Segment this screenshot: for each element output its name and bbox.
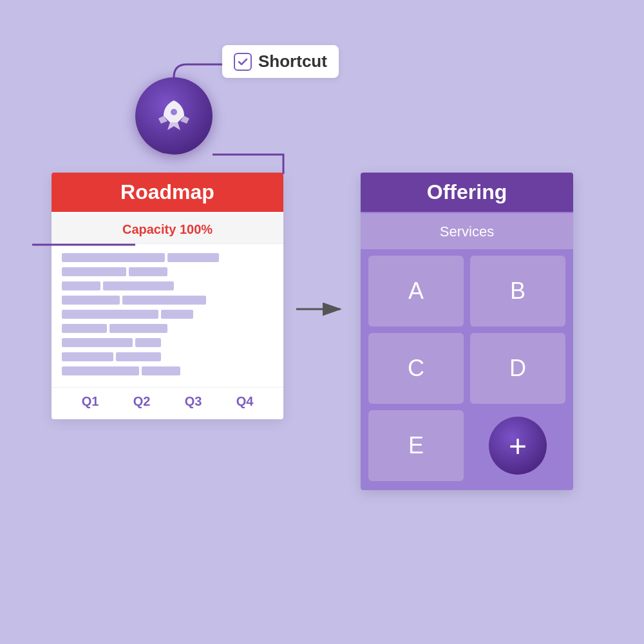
service-cell-d: D — [470, 333, 565, 404]
bar-segment — [135, 338, 161, 347]
bar-segment — [62, 310, 158, 319]
bar-row — [62, 338, 273, 347]
roadmap-panel: Roadmap Capacity 100% — [52, 174, 283, 419]
bar-segment — [122, 296, 206, 305]
rocket-icon — [135, 77, 213, 155]
add-icon[interactable]: + — [489, 417, 547, 475]
services-label: Services — [361, 213, 573, 249]
bar-segment — [161, 310, 193, 319]
roadmap-capacity: Capacity 100% — [52, 213, 283, 244]
quarter-q1: Q1 — [82, 394, 99, 409]
bar-segment — [62, 366, 139, 375]
bar-segment — [109, 324, 167, 333]
bar-row — [62, 366, 273, 375]
bar-segment — [62, 296, 120, 305]
shortcut-label: Shortcut — [258, 52, 327, 71]
bar-segment — [62, 324, 107, 333]
service-cell-c: C — [368, 333, 464, 404]
quarter-labels: Q1 Q2 Q3 Q4 — [52, 387, 283, 419]
bar-row — [62, 310, 273, 319]
bar-row — [62, 352, 273, 361]
arrow-icon — [296, 296, 348, 325]
bar-segment — [142, 366, 180, 375]
bar-segment — [167, 253, 219, 262]
bar-segment — [62, 267, 126, 276]
bar-segment — [62, 338, 133, 347]
bar-segment — [62, 253, 165, 262]
bar-segment — [103, 281, 174, 290]
quarter-q4: Q4 — [236, 394, 254, 409]
bar-segment — [62, 281, 100, 290]
service-cell-a: A — [368, 256, 464, 327]
quarter-q3: Q3 — [185, 394, 202, 409]
bar-row — [62, 267, 273, 276]
service-cell-b: B — [470, 256, 565, 327]
service-cell-e: E — [368, 410, 464, 481]
add-service-cell[interactable]: + — [470, 410, 565, 481]
bar-row — [62, 296, 273, 305]
services-grid: A B C D E + — [361, 256, 573, 490]
bar-segment — [129, 267, 167, 276]
bar-row — [62, 253, 273, 262]
svg-point-0 — [171, 109, 177, 115]
roadmap-bars — [52, 244, 283, 387]
shortcut-check-icon — [234, 53, 252, 71]
offering-title: Offering — [361, 173, 573, 212]
roadmap-title: Roadmap — [52, 173, 283, 212]
quarter-q2: Q2 — [133, 394, 151, 409]
bar-segment — [116, 352, 161, 361]
bar-segment — [62, 352, 113, 361]
bar-row — [62, 281, 273, 290]
shortcut-badge: Shortcut — [222, 45, 339, 78]
offering-panel: Offering Services A B C D E + — [361, 174, 573, 490]
bar-row — [62, 324, 273, 333]
